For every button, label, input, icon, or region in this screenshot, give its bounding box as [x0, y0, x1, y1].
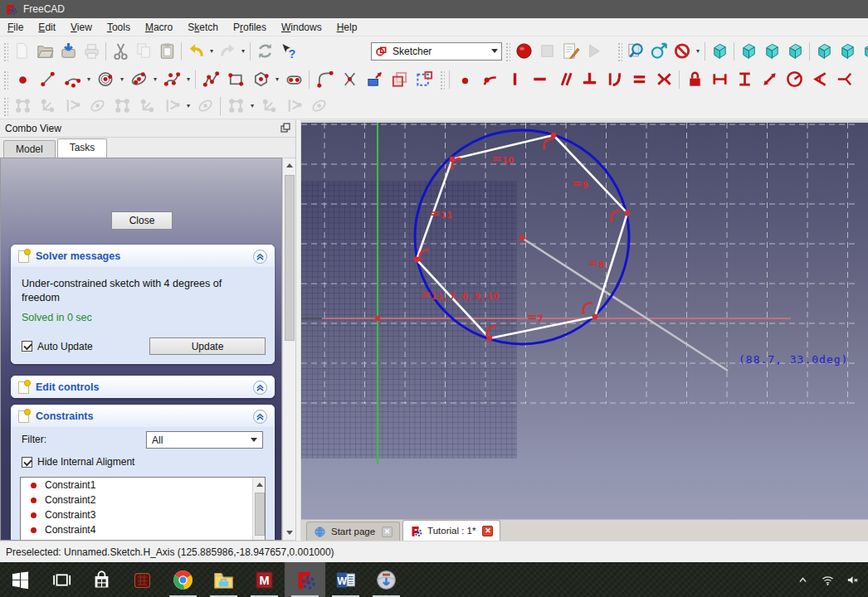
create-circle-dropdown-icon[interactable]: ▾: [118, 75, 126, 83]
taskbar-start-button[interactable]: [0, 562, 41, 597]
constrain-parallel-icon[interactable]: [552, 68, 577, 90]
create-rectangle-icon[interactable]: [223, 68, 248, 90]
constrain-tangent-icon[interactable]: [602, 68, 627, 90]
filter-dropdown[interactable]: All: [146, 431, 263, 449]
taskbar-chrome-button[interactable]: [163, 562, 203, 597]
float-panel-icon[interactable]: [280, 121, 290, 136]
fillet-icon[interactable]: [312, 68, 337, 90]
title-bar[interactable]: FreeCAD: [0, 0, 868, 18]
create-polygon-icon[interactable]: [248, 68, 273, 90]
draw-style-dropdown-icon[interactable]: ▾: [694, 47, 702, 55]
view-cube-bottom-icon[interactable]: [836, 40, 859, 62]
tangent-constraint-mark[interactable]: [612, 211, 621, 221]
constraints-header[interactable]: Constraints: [12, 405, 274, 427]
menu-item-macro[interactable]: Macro: [138, 19, 180, 36]
menu-item-sketch[interactable]: Sketch: [180, 19, 226, 36]
constraint-list-item[interactable]: Constraint4: [21, 522, 265, 537]
taskbar-task-view-button[interactable]: [41, 562, 81, 597]
create-conic-dropdown-icon[interactable]: ▾: [151, 75, 159, 83]
view-cube-axonometric-icon[interactable]: [708, 40, 731, 62]
menu-item-windows[interactable]: Windows: [274, 19, 329, 36]
bspline-comb-icon[interactable]: [281, 95, 306, 117]
vertex-point[interactable]: [625, 211, 631, 216]
bspline-degree-icon[interactable]: [223, 95, 248, 117]
menu-item-help[interactable]: Help: [329, 19, 365, 36]
toolbar-grip[interactable]: [617, 41, 622, 61]
select-constraints-icon[interactable]: [60, 95, 85, 117]
play-macro-icon[interactable]: [582, 40, 605, 62]
constrain-vertical-distance-icon[interactable]: [732, 68, 757, 90]
hide-internal-checkbox[interactable]: Hide Internal Aligment: [22, 456, 134, 468]
taskbar-m-app-button[interactable]: M: [244, 562, 285, 597]
taskbar-file-explorer-button[interactable]: [203, 562, 244, 597]
constraint-label[interactable]: =10: [491, 151, 514, 166]
scroll-up-icon[interactable]: [284, 159, 295, 172]
close-tab-icon[interactable]: ✕: [382, 527, 393, 537]
menu-item-view[interactable]: View: [63, 19, 100, 36]
create-bspline-icon[interactable]: [159, 68, 184, 90]
scrollbar-thumb[interactable]: [285, 175, 295, 341]
tangent-constraint-mark[interactable]: [583, 303, 592, 313]
constrain-coincident-icon[interactable]: [452, 68, 477, 90]
tangent-constraint-mark[interactable]: [544, 138, 553, 148]
view-cube-left-icon[interactable]: [859, 40, 868, 62]
constraint-label[interactable]: =8: [588, 255, 605, 270]
draw-style-icon[interactable]: [671, 40, 694, 62]
edit-controls-header[interactable]: Edit controls: [12, 376, 274, 398]
stop-macro-icon[interactable]: [535, 40, 558, 62]
create-polyline-icon[interactable]: [198, 68, 223, 90]
constrain-symmetric-icon[interactable]: [651, 68, 676, 90]
view-cube-right-icon[interactable]: [783, 40, 807, 62]
construction-line[interactable]: [522, 238, 728, 371]
volume-muted-icon[interactable]: [840, 562, 865, 597]
constrain-distance-icon[interactable]: [757, 68, 782, 90]
create-circle-icon[interactable]: [93, 68, 118, 90]
redo-icon[interactable]: [216, 40, 239, 62]
external-geometry-icon[interactable]: [362, 68, 387, 90]
collapse-icon[interactable]: [253, 410, 267, 424]
solver-messages-header[interactable]: Solver messages: [12, 245, 274, 267]
taskbar-store-button[interactable]: [81, 562, 122, 597]
view-cube-front-icon[interactable]: [737, 40, 760, 62]
carbon-copy-icon[interactable]: [387, 68, 412, 90]
constrain-perpendicular-icon[interactable]: [577, 68, 602, 90]
sketch-canvas[interactable]: =10=9=11=8=11, 7, 8, 9, 10=7: [301, 120, 868, 519]
collapse-icon[interactable]: [253, 250, 267, 264]
tray-chevron-up-icon[interactable]: [790, 562, 815, 597]
connect-edges-icon[interactable]: [35, 95, 60, 117]
constrain-vertical-icon[interactable]: [502, 68, 527, 90]
tab-start-page[interactable]: Start page ✕: [306, 522, 400, 541]
refresh-icon[interactable]: [253, 40, 276, 62]
select-conflicting-icon[interactable]: [134, 95, 159, 117]
constrain-horizontal-icon[interactable]: [527, 68, 552, 90]
tab-tutorial-document[interactable]: Tutorial : 1* ✕: [402, 520, 500, 541]
panel-scrollbar[interactable]: [282, 158, 296, 541]
constrain-equal-icon[interactable]: [627, 68, 651, 90]
redo-dropdown-icon[interactable]: ▾: [239, 47, 247, 55]
paste-icon[interactable]: [155, 40, 178, 62]
scroll-down-icon[interactable]: [284, 527, 295, 539]
save-icon[interactable]: [56, 40, 80, 62]
tab-model[interactable]: Model: [3, 140, 56, 158]
constrain-lock-icon[interactable]: [682, 68, 707, 90]
circle-center-point[interactable]: [519, 235, 525, 241]
constraint-list-item[interactable]: Constraint2: [21, 493, 265, 507]
constrain-angle-icon[interactable]: [807, 68, 831, 90]
tab-tasks[interactable]: Tasks: [57, 138, 108, 158]
whats-this-icon[interactable]: ?: [276, 40, 300, 62]
view-cube-rear-icon[interactable]: [812, 40, 836, 62]
constraint-list[interactable]: Constraint1Constraint2Constraint3Constra…: [20, 477, 266, 541]
select-elements-icon[interactable]: [85, 95, 110, 117]
bspline-knots-icon[interactable]: [306, 95, 331, 117]
copy-array-icon[interactable]: [193, 95, 217, 117]
vertex-point[interactable]: [592, 314, 598, 320]
constrain-horizontal-distance-icon[interactable]: [707, 68, 732, 90]
create-polygon-dropdown-icon[interactable]: ▾: [273, 75, 281, 83]
vertex-point[interactable]: [414, 257, 420, 263]
menu-item-tools[interactable]: Tools: [100, 19, 138, 36]
constrain-radius-icon[interactable]: [782, 68, 807, 90]
fit-selection-icon[interactable]: [647, 40, 671, 62]
constraint-list-item[interactable]: Constraint1: [21, 478, 265, 493]
workbench-selector[interactable]: Sketcher: [371, 42, 502, 61]
constraint-list-item[interactable]: Constraint3: [21, 507, 265, 522]
